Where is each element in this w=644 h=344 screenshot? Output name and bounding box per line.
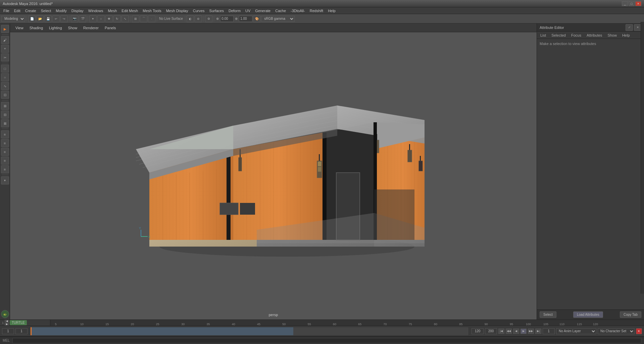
range-start-input[interactable]: 1: [15, 328, 28, 334]
grid-btn[interactable]: ⊞: [1, 102, 9, 110]
sphere-btn[interactable]: ○: [1, 73, 9, 81]
snap-curve-btn[interactable]: ⌒: [140, 15, 147, 22]
select-btn[interactable]: ✦: [89, 15, 97, 22]
camera-btn[interactable]: 📷: [71, 15, 78, 22]
menu-curves[interactable]: Curves: [191, 8, 207, 13]
curve-btn[interactable]: ∿: [1, 82, 9, 90]
cut-btn[interactable]: ✂: [1, 53, 9, 61]
menu-select[interactable]: Select: [39, 8, 53, 13]
menu-display[interactable]: Display: [69, 8, 86, 13]
measure-btn[interactable]: ⊡: [1, 91, 9, 99]
minimize-button[interactable]: _: [622, 1, 628, 6]
softsel-btn[interactable]: ◐: [187, 15, 194, 22]
attr-tab-help[interactable]: Help: [621, 33, 631, 38]
menu-file[interactable]: File: [1, 8, 11, 13]
view-menu[interactable]: View: [13, 25, 26, 31]
lasso-btn[interactable]: ○: [97, 15, 105, 22]
scale-btn[interactable]: ⤡: [121, 15, 129, 22]
redo-btn[interactable]: ↪: [60, 15, 68, 22]
layer2-btn[interactable]: ≡: [1, 139, 9, 147]
play-fwd-btn[interactable]: ▶: [521, 329, 527, 334]
attr-tab-show[interactable]: Show: [606, 33, 618, 38]
menu-create[interactable]: Create: [23, 8, 38, 13]
select-tool-btn[interactable]: ▶: [1, 25, 9, 33]
snap2-btn[interactable]: ⊠: [1, 119, 9, 127]
layer1-btn[interactable]: ≡: [1, 130, 9, 138]
full-end-input[interactable]: 200: [485, 328, 497, 334]
open-btn[interactable]: 📂: [36, 15, 44, 22]
paint-btn[interactable]: 🖌: [1, 36, 9, 44]
close-button[interactable]: ✕: [635, 1, 641, 6]
mel-input[interactable]: [12, 338, 641, 343]
menu-help[interactable]: Help: [326, 8, 338, 13]
cube-btn[interactable]: □: [1, 64, 9, 73]
char-set-dropdown[interactable]: No Character Set: [598, 328, 635, 334]
panels-menu[interactable]: Panels: [102, 25, 119, 31]
lighting-menu[interactable]: Lighting: [46, 25, 65, 31]
right-scrollbar[interactable]: [641, 24, 644, 294]
save-btn[interactable]: 💾: [44, 15, 52, 22]
attr-select-btn[interactable]: Select: [540, 311, 556, 318]
value2-input[interactable]: 1.00: [239, 16, 252, 22]
current-frame-input[interactable]: 1: [2, 328, 14, 334]
rotate-btn[interactable]: ↻: [113, 15, 121, 22]
attr-tab-attributes[interactable]: Attributes: [585, 33, 603, 38]
new-btn[interactable]: 📄: [28, 15, 36, 22]
layer4-btn[interactable]: ≡: [1, 157, 9, 165]
step-fwd-btn[interactable]: ▶▶: [528, 329, 534, 334]
menu-edit-mesh[interactable]: Edit Mesh: [119, 8, 140, 13]
sym-btn[interactable]: ⊜: [195, 15, 202, 22]
menu-surfaces[interactable]: Surfaces: [207, 8, 226, 13]
menu-3dtoll[interactable]: -3DtoAll-: [289, 8, 307, 13]
menu-uv[interactable]: UV: [243, 8, 252, 13]
sculpt-btn[interactable]: ⌖: [1, 45, 9, 53]
frame-display-input[interactable]: 1: [543, 328, 555, 334]
menu-generate[interactable]: Generate: [253, 8, 273, 13]
arrow-controls[interactable]: ◀ ▶: [5, 320, 9, 326]
turtle-next-btn[interactable]: ▶: [5, 323, 9, 326]
menu-windows[interactable]: Windows: [86, 8, 105, 13]
jump-end-btn[interactable]: ▶|: [535, 329, 541, 334]
shading-menu[interactable]: Shading: [27, 25, 46, 31]
layer5-btn[interactable]: ≡: [1, 165, 9, 173]
attr-tab-list[interactable]: List: [539, 33, 547, 38]
menu-mesh-tools[interactable]: Mesh Tools: [141, 8, 163, 13]
render-btn[interactable]: 🎬: [79, 15, 86, 22]
copy-tab-btn[interactable]: Copy Tab: [620, 311, 641, 318]
attr-tab-selected[interactable]: Selected: [550, 33, 567, 38]
viewport[interactable]: X Y persp: [10, 32, 537, 319]
menu-deform[interactable]: Deform: [227, 8, 243, 13]
maximize-button[interactable]: □: [629, 1, 635, 6]
menu-cache[interactable]: Cache: [273, 8, 288, 13]
anim-layer-dropdown[interactable]: No Anim Layer: [556, 328, 596, 334]
snap-grid-btn[interactable]: ⊞: [132, 15, 139, 22]
step-back-btn[interactable]: ◀◀: [506, 329, 512, 334]
load-attributes-btn[interactable]: Load Attributes: [573, 311, 603, 318]
snap-point-btn[interactable]: ·: [148, 15, 155, 22]
turtle-prev-btn[interactable]: ◀: [5, 320, 9, 322]
mode-dropdown[interactable]: Modeling: [1, 16, 25, 22]
timeline-ruler[interactable]: 1 ◀ ▶ TURTLE 5 10 15 20 25 30 35 40 45 5…: [0, 320, 644, 326]
move-btn[interactable]: ✚: [105, 15, 113, 22]
key-btn[interactable]: K: [636, 328, 642, 334]
more-btn[interactable]: ▼: [1, 176, 9, 184]
attr-btn[interactable]: ⚙: [205, 15, 212, 22]
menu-mesh[interactable]: Mesh: [106, 8, 119, 13]
menu-mesh-display[interactable]: Mesh Display: [164, 8, 190, 13]
menu-redshift[interactable]: Redshift: [308, 8, 325, 13]
menu-modify[interactable]: Modify: [54, 8, 68, 13]
show-menu[interactable]: Show: [65, 25, 80, 31]
playback-range-bar[interactable]: [30, 327, 469, 336]
range-end-input[interactable]: 120: [472, 328, 484, 334]
menu-edit[interactable]: Edit: [12, 8, 22, 13]
attr-tab-focus[interactable]: Focus: [570, 33, 583, 38]
undo-btn[interactable]: ↩: [52, 15, 60, 22]
colorspace-dropdown[interactable]: sRGB gamma: [261, 16, 295, 22]
renderer-menu[interactable]: Renderer: [81, 25, 101, 31]
jump-start-btn[interactable]: |◀: [498, 329, 504, 334]
value1-input[interactable]: 0.00: [220, 16, 234, 22]
grid2-btn[interactable]: ⊟: [1, 111, 9, 119]
layer3-btn[interactable]: ≡: [1, 148, 9, 156]
attr-float-btn[interactable]: ⤢: [626, 24, 633, 31]
attr-close-btn[interactable]: ✕: [634, 24, 641, 31]
